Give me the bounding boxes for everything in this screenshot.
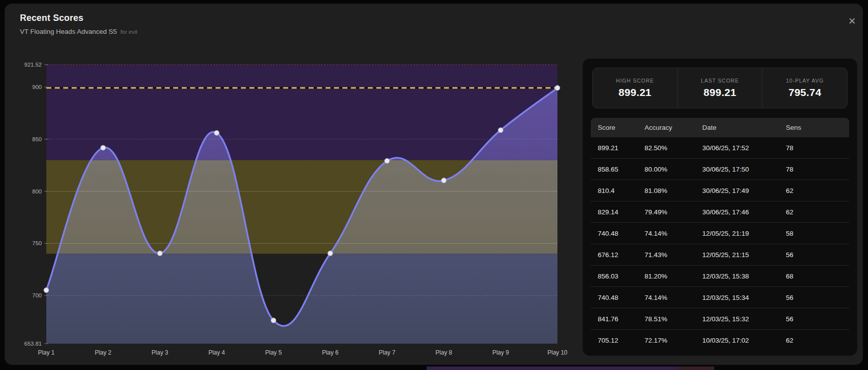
scores-table-header: Score Accuracy Date Sens: [591, 118, 849, 137]
data-point-play-6[interactable]: [328, 251, 333, 256]
cell-accuracy: 79.49%: [645, 208, 702, 216]
cell-accuracy: 78.51%: [645, 315, 702, 323]
cell-date: 30/06/25, 17:50: [702, 166, 786, 173]
cell-accuracy: 81.08%: [645, 187, 702, 194]
stat-value: 899.21: [703, 87, 736, 98]
scores-table-body: 899.21 82.50% 30/06/25, 17:52 78 858.65 …: [591, 137, 849, 351]
score-row: 676.12 71.43% 12/05/25, 21:15 56: [591, 244, 849, 266]
y-tick-label: 850: [32, 136, 42, 142]
cell-accuracy: 74.14%: [645, 294, 702, 301]
cell-date: 30/06/25, 17:49: [702, 187, 786, 194]
score-row: 856.03 81.20% 12/03/25, 15:38 68: [591, 266, 849, 287]
close-icon: ✕: [848, 15, 856, 27]
x-tick-label: Play 8: [435, 349, 452, 356]
column-header-accuracy: Accuracy: [645, 124, 702, 131]
score-row: 858.65 80.00% 30/06/25, 17:50 78: [591, 159, 849, 180]
score-row: 705.12 72.17% 10/03/25, 17:02 62: [591, 330, 849, 351]
cell-date: 12/05/25, 21:15: [702, 251, 786, 259]
data-point-play-10[interactable]: [555, 86, 560, 91]
high-band: [46, 65, 557, 160]
column-header-score: Score: [598, 124, 645, 131]
y-tick-label: 653.81: [24, 341, 42, 347]
cell-score: 858.65: [598, 166, 645, 173]
cell-date: 10/03/25, 17:02: [702, 337, 786, 344]
cell-score: 899.21: [598, 144, 645, 152]
stat-label: HIGH SCORE: [616, 78, 654, 84]
page-title: Recent Scores: [20, 13, 84, 23]
cell-score: 740.48: [598, 294, 645, 301]
data-point-play-5[interactable]: [271, 318, 276, 323]
column-header-sens: Sens: [786, 124, 849, 131]
x-tick-label: Play 10: [547, 349, 567, 356]
x-tick-label: Play 9: [492, 349, 509, 356]
cell-score: 810.4: [598, 187, 645, 194]
stat-high-score: HIGH SCORE 899.21: [593, 68, 677, 108]
data-point-play-7[interactable]: [385, 159, 390, 164]
score-row: 899.21 82.50% 30/06/25, 17:52 78: [591, 137, 849, 159]
cell-sens: 62: [786, 337, 849, 344]
score-row: 829.14 79.49% 30/06/25, 17:46 62: [591, 201, 849, 223]
y-tick-label: 700: [32, 292, 42, 298]
cell-score: 740.48: [598, 230, 645, 237]
cell-sens: 62: [786, 208, 849, 216]
score-row: 810.4 81.08% 30/06/25, 17:49 62: [591, 180, 849, 201]
x-tick-label: Play 7: [379, 349, 396, 356]
score-chart[interactable]: 921.52900850800750700653.81Play 1Play 2P…: [5, 51, 577, 367]
background-page-sliver: [427, 367, 678, 370]
x-tick-label: Play 5: [265, 349, 282, 356]
stat-last-score: LAST SCORE 899.21: [677, 68, 762, 108]
cell-accuracy: 74.14%: [645, 230, 702, 237]
cell-sens: 56: [786, 251, 849, 259]
scenario-subtitle: VT Floating Heads Advanced S5for evil: [20, 28, 137, 35]
recent-scores-screen: Recent Scores VT Floating Heads Advanced…: [0, 0, 868, 370]
cell-accuracy: 72.17%: [645, 337, 702, 344]
cell-date: 12/03/25, 15:32: [702, 315, 786, 323]
background-page-sliver-2: [678, 367, 714, 370]
y-tick-label: 900: [32, 84, 42, 90]
cell-score: 705.12: [598, 337, 645, 344]
cell-score: 841.76: [598, 315, 645, 323]
stat-label: 10-PLAY AVG: [786, 78, 824, 84]
cell-sens: 68: [786, 273, 849, 280]
cell-score: 676.12: [598, 251, 645, 259]
cell-sens: 78: [786, 166, 849, 173]
cell-score: 829.14: [598, 208, 645, 216]
x-tick-label: Play 1: [38, 349, 55, 356]
data-point-play-3[interactable]: [157, 251, 162, 256]
x-tick-label: Play 2: [95, 349, 111, 356]
cell-date: 30/06/25, 17:46: [702, 208, 786, 216]
scenario-player: for evil: [120, 29, 137, 35]
data-point-play-9[interactable]: [498, 128, 503, 133]
cell-sens: 78: [786, 144, 849, 152]
close-button[interactable]: ✕: [845, 14, 859, 28]
y-tick-label: 750: [32, 240, 42, 246]
scenario-name: VT Floating Heads Advanced S5: [20, 28, 117, 35]
data-point-play-2[interactable]: [101, 145, 106, 150]
data-point-play-1[interactable]: [44, 287, 49, 292]
scores-table: Score Accuracy Date Sens 899.21 82.50% 3…: [591, 118, 849, 351]
cell-date: 12/03/25, 15:34: [702, 294, 786, 301]
data-point-play-8[interactable]: [441, 178, 446, 183]
stat-value: 795.74: [788, 87, 821, 98]
stat-value: 899.21: [619, 87, 651, 98]
cell-date: 30/06/25, 17:52: [702, 144, 786, 152]
cell-sens: 56: [786, 294, 849, 301]
stat-10-play-avg: 10-PLAY AVG 795.74: [762, 68, 847, 108]
column-header-date: Date: [702, 124, 786, 131]
cell-accuracy: 81.20%: [645, 273, 702, 280]
data-point-play-4[interactable]: [214, 130, 219, 135]
cell-accuracy: 82.50%: [645, 144, 702, 152]
cell-score: 856.03: [598, 273, 645, 280]
score-row: 740.48 74.14% 12/03/25, 15:34 56: [591, 287, 849, 308]
cell-sens: 62: [786, 187, 849, 194]
stats-box: HIGH SCORE 899.21 LAST SCORE 899.21 10-P…: [592, 68, 848, 108]
y-tick-label: 921.52: [24, 62, 42, 68]
stat-label: LAST SCORE: [701, 78, 739, 84]
x-tick-label: Play 4: [209, 349, 225, 356]
cell-date: 12/03/25, 15:38: [702, 273, 786, 280]
score-row: 740.48 74.14% 12/05/25, 21:19 58: [591, 223, 849, 244]
y-tick-label: 800: [32, 188, 42, 194]
cell-sens: 58: [786, 230, 849, 237]
x-tick-label: Play 6: [322, 349, 339, 356]
recent-scores-modal: Recent Scores VT Floating Heads Advanced…: [5, 4, 863, 365]
